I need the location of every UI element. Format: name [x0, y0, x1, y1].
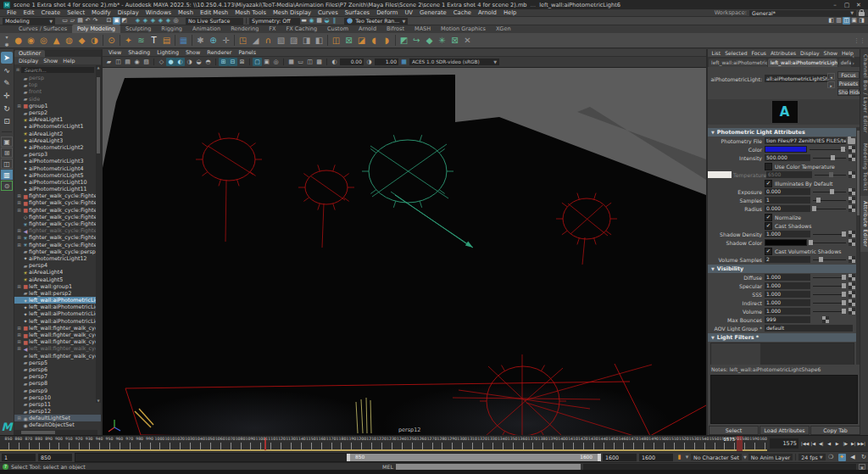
anim-layer-dropdown[interactable]: No Anim Layer [748, 454, 793, 460]
gate-mask-icon[interactable]: ▩ [314, 58, 324, 66]
slider-handle[interactable] [830, 189, 834, 194]
outliner-item-left-wall-aiphotometriclight8[interactable]: ✦left_wall:aiPhotometricLight8 [14, 310, 101, 317]
play-forwards-button[interactable]: ▶ [833, 441, 842, 446]
outliner-item-front[interactable]: ▰front [14, 88, 101, 95]
fill-hole-icon[interactable]: ▧ [275, 34, 287, 47]
menu-mesh-tools[interactable]: Mesh Tools [231, 9, 270, 16]
auto-key-icon[interactable]: ✦ [838, 454, 846, 461]
outliner-item-fighter-walk-cycle-fighter-character1[interactable]: ✳fighter_walk_cycle:Fighter:Character1 [14, 220, 101, 227]
attr-field-sss[interactable]: 1.000 [765, 291, 810, 298]
slider-handle[interactable] [842, 292, 846, 297]
outliner-menu-display[interactable]: Display [17, 58, 40, 64]
outliner-item-persp8[interactable]: ▰persp8 [14, 380, 101, 387]
shelf-tab-fx[interactable]: FX [264, 25, 281, 33]
show-button[interactable]: Show [837, 88, 849, 96]
outliner-item-persp[interactable]: ▰persp [14, 75, 101, 81]
shelf-tab-mash[interactable]: MASH [409, 25, 436, 33]
scrollbar-thumb[interactable] [97, 77, 100, 153]
viewport-menu-lighting[interactable]: Lighting [154, 49, 181, 56]
light-filters-listbox[interactable] [710, 343, 854, 365]
animation-end-field[interactable]: 1600 [639, 454, 673, 461]
multisample-icon[interactable]: ⊟ [228, 58, 237, 66]
expand-icon[interactable]: ⊞ [16, 339, 22, 344]
layout-hypershade-persp[interactable]: ⊙ [1, 181, 13, 191]
user-account-dropdown[interactable]: ☻ Teo Teeter Ran... ▼ [344, 18, 408, 25]
checkbox-illuminates-by-default[interactable]: ✓ [765, 180, 772, 187]
maximize-button[interactable]: ▢ [841, 2, 853, 8]
paint-select-tool[interactable]: ✎ [1, 77, 13, 89]
snap-grid-icon[interactable]: ◈ [134, 17, 142, 25]
make-live-icon[interactable]: ◎ [172, 17, 180, 25]
attr-field-temperature[interactable]: 6500 [766, 171, 812, 178]
ipr-render-icon[interactable]: ▩ [315, 17, 323, 25]
slider-handle[interactable] [816, 198, 821, 203]
map-button-icon[interactable] [849, 205, 855, 212]
shelf-tab-fx-caching[interactable]: FX Caching [281, 25, 323, 33]
slider-volume-samples[interactable] [813, 256, 846, 263]
outliner-item-left-wall-fighter-walk-cycle-fighter-test-fighter[interactable]: ⊞■left_wall:fighter_walk_cycle:Fighter:t… [14, 338, 101, 345]
viewport-menu-renderer[interactable]: Renderer [204, 49, 234, 56]
layout-four-pane[interactable]: ⊞ [1, 148, 13, 158]
bevel-icon[interactable]: ◢ [249, 34, 262, 47]
outliner-item-left-wall-persp2[interactable]: ▰left_wall:persp2 [14, 290, 101, 297]
sweep-mesh-icon[interactable]: ✦ [122, 34, 135, 47]
expand-icon[interactable]: ⊞ [16, 332, 22, 337]
outliner-item-left-wall-fighter-walk-cycle-fighter-1-group1[interactable]: ⊞■left_wall:fighter_walk_cycle:Fighter__… [14, 325, 101, 332]
slider-handle[interactable] [842, 275, 846, 280]
go-to-end-button[interactable]: ▶▶| [858, 441, 866, 446]
layout-two-pane[interactable]: ◫ [1, 159, 13, 169]
expand-icon[interactable]: ⊞ [16, 235, 22, 240]
step-forward-frame-button[interactable]: ▶| [849, 441, 858, 446]
menu-edit[interactable]: Edit [19, 9, 37, 16]
attr-field-diffuse[interactable]: 1.000 [765, 274, 810, 281]
expand-icon[interactable]: ⊞ [16, 193, 22, 198]
shaded-icon[interactable]: ● [166, 58, 175, 66]
smooth-mesh-icon[interactable]: ◗ [381, 34, 393, 47]
expand-icon[interactable]: ⊞ [16, 346, 22, 351]
resolution-gate-icon[interactable]: ◫ [305, 58, 314, 66]
outliner-item-persp12[interactable]: ▰persp12 [14, 408, 101, 415]
outliner-item-fighter-walk-cycle-fighter-quickrigcharacter1[interactable]: ⊞✳fighter_walk_cycle:Fighter:QuickRigCha… [14, 234, 101, 241]
outliner-item-persp11[interactable]: ▰persp11 [14, 401, 101, 408]
bookmark-range-icon[interactable]: ▮ [676, 454, 683, 461]
viewport-menu-show[interactable]: Show [183, 49, 203, 56]
combine-icon[interactable]: ✱ [194, 34, 207, 47]
outliner-item-left-wall-aiphotometriclight6[interactable]: ✦left_wall:aiPhotometricLight6 [14, 297, 101, 304]
scene-3d-view[interactable] [103, 68, 706, 437]
slider-color[interactable] [810, 146, 846, 153]
attr-field-volume[interactable]: 1.000 [765, 308, 810, 315]
mirror-icon[interactable]: ◫ [330, 34, 342, 47]
attr-field-intensity[interactable]: 500.000 [765, 154, 810, 161]
outliner-item-group1[interactable]: ⊞■group1 [14, 103, 101, 109]
command-language-label[interactable]: MEL [382, 464, 393, 470]
shelf-tab-arnold[interactable]: Arnold [353, 25, 381, 33]
bridge-icon[interactable]: ∩ [262, 34, 275, 47]
slider-handle[interactable] [829, 172, 833, 177]
camera-attributes-icon[interactable]: ▤ [123, 58, 132, 66]
textured-icon[interactable]: ◐ [175, 58, 185, 66]
outliner-item-left-wall-group1[interactable]: ⊞■left_wall:group1 [14, 283, 101, 290]
attr-field-shadow-density[interactable]: 1.000 [765, 231, 810, 237]
exposure-field[interactable]: 0.00 [340, 59, 364, 65]
attr-field-max-bounces[interactable]: 999 [765, 316, 810, 323]
map-button-icon[interactable] [849, 239, 855, 246]
shelf-tab-curves-surfaces[interactable]: Curves / Surfaces [14, 25, 72, 33]
character-set-dropdown[interactable]: No Character Set [691, 454, 742, 460]
list-mode-icon[interactable]: ⊞ [16, 67, 19, 72]
map-button-icon[interactable] [849, 299, 855, 306]
ae-tab-left-wall-aiphotometriclightshape6[interactable]: left_wall:aiPhotometricLightShape6 [768, 59, 837, 67]
workspace-dropdown[interactable]: General* ▼ [749, 10, 856, 16]
toggle-tool-settings-icon[interactable]: ◨ [858, 17, 865, 25]
viewport-menu-panels[interactable]: Panels [236, 49, 259, 56]
type-tool-icon[interactable]: T [147, 34, 160, 47]
ae-menu-attributes[interactable]: Attributes [768, 50, 798, 56]
shelf-drag-handle[interactable]: ⋮⋮ [854, 37, 868, 44]
menu-windows[interactable]: Windows [142, 9, 175, 16]
slider-handle[interactable] [842, 231, 846, 237]
multi-cut-icon[interactable]: ▨ [287, 34, 300, 47]
outliner-item-aiphotometriclight4[interactable]: ✦aiPhotometricLight4 [14, 165, 101, 171]
section-header-visibility[interactable]: ▼Visibility [708, 265, 857, 273]
workspace-lock-icon[interactable] [859, 12, 865, 16]
spin-edge-icon[interactable]: ✳ [436, 34, 448, 47]
separate-icon[interactable]: ⊕ [207, 34, 220, 47]
